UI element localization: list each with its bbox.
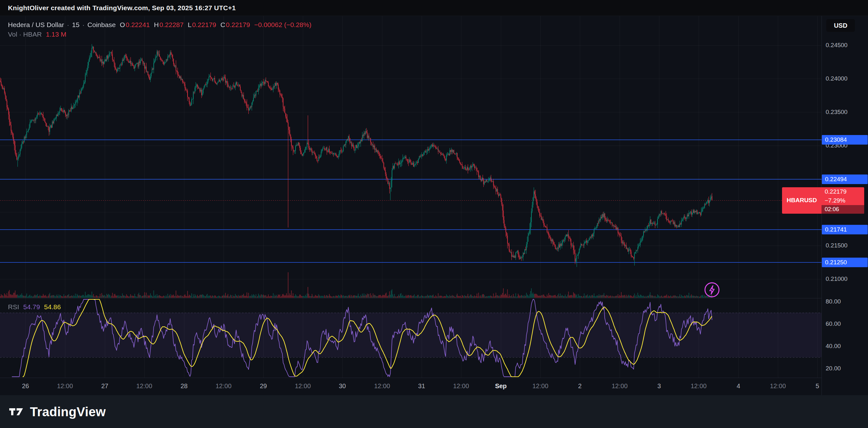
time-tick-12:00: 12:00 bbox=[691, 383, 707, 390]
last-price-label: HBARUSD 0.22179 −7.29% 02:06 bbox=[782, 187, 864, 214]
tradingview-brand-text[interactable]: TradingView bbox=[30, 405, 106, 419]
symbol-title[interactable]: Hedera / US Dollar bbox=[8, 20, 64, 30]
ohlc-open: O0.22241 bbox=[120, 20, 150, 30]
time-tick-27: 27 bbox=[101, 383, 108, 390]
last-price-column: 0.22179 −7.29% 02:06 bbox=[822, 187, 864, 214]
time-tick-4: 4 bbox=[737, 383, 740, 390]
ohlc-low-label: L bbox=[188, 21, 192, 28]
lightning-icon bbox=[704, 281, 720, 298]
time-tick-12:00: 12:00 bbox=[295, 383, 311, 390]
plot-area: Hedera / US Dollar · 15 · Coinbase O0.22… bbox=[0, 16, 822, 395]
tradingview-logo-icon[interactable] bbox=[9, 407, 26, 417]
last-price-value: 0.22179 bbox=[822, 187, 864, 196]
price-axis-label-0.23500: 0.23500 bbox=[826, 109, 848, 116]
ohlc-low-value: 0.22179 bbox=[192, 21, 216, 28]
rsi-axis-label-40.00: 40.00 bbox=[826, 343, 841, 350]
footer: TradingView bbox=[0, 395, 868, 428]
symbol-legend: Hedera / US Dollar · 15 · Coinbase O0.22… bbox=[8, 20, 311, 39]
level-price-label-0.23084: 0.23084 bbox=[822, 135, 868, 145]
chart-area: Hedera / US Dollar · 15 · Coinbase O0.22… bbox=[0, 16, 868, 395]
ohlc-close-value: 0.22179 bbox=[226, 21, 250, 28]
time-tick-12:00: 12:00 bbox=[532, 383, 548, 390]
time-tick-12:00: 12:00 bbox=[216, 383, 231, 390]
time-tick-2: 2 bbox=[578, 383, 582, 390]
time-tick-Sep: Sep bbox=[495, 383, 507, 390]
ohlc-low: L0.22179 bbox=[188, 20, 217, 30]
time-tick-12:00: 12:00 bbox=[453, 383, 469, 390]
rsi-value-main: 54.79 bbox=[23, 302, 40, 312]
legend-separator: · bbox=[83, 20, 85, 30]
rsi-legend: RSI 54.79 54.86 bbox=[8, 302, 61, 312]
time-tick-28: 28 bbox=[181, 383, 188, 390]
symbol-legend-row: Hedera / US Dollar · 15 · Coinbase O0.22… bbox=[8, 20, 311, 30]
time-tick-5: 5 bbox=[815, 383, 819, 390]
ohlc-high: H0.22287 bbox=[154, 20, 184, 30]
volume-value: 1.13 M bbox=[46, 30, 66, 39]
time-tick-12:00: 12:00 bbox=[57, 383, 73, 390]
time-tick-31: 31 bbox=[418, 383, 425, 390]
chart-canvas[interactable] bbox=[0, 16, 822, 378]
interval-value[interactable]: 15 bbox=[72, 20, 79, 30]
ohlc-high-value: 0.22287 bbox=[159, 21, 184, 28]
ohlc-open-value: 0.22241 bbox=[126, 21, 150, 28]
legend-separator: · bbox=[67, 20, 69, 30]
level-price-label-0.21250: 0.21250 bbox=[822, 257, 868, 267]
time-tick-29: 29 bbox=[260, 383, 267, 390]
attribution-text: KnightOliver created with TradingView.co… bbox=[8, 4, 236, 12]
last-price-countdown: 02:06 bbox=[822, 205, 864, 214]
rsi-axis-label-80.00: 80.00 bbox=[826, 298, 841, 305]
rsi-label[interactable]: RSI bbox=[8, 302, 19, 312]
time-tick-3: 3 bbox=[657, 383, 661, 390]
time-tick-12:00: 12:00 bbox=[770, 383, 786, 390]
level-price-label-0.22494: 0.22494 bbox=[822, 175, 868, 184]
price-axis-label-0.21500: 0.21500 bbox=[826, 242, 848, 249]
price-axis-label-0.21000: 0.21000 bbox=[826, 275, 848, 282]
last-price-change: −7.29% bbox=[822, 196, 864, 205]
usd-button[interactable]: USD bbox=[826, 19, 855, 32]
ohlc-open-label: O bbox=[120, 21, 125, 28]
price-axis-label-0.24500: 0.24500 bbox=[826, 42, 848, 49]
ohlc-close-label: C bbox=[220, 21, 225, 28]
rsi-axis-label-20.00: 20.00 bbox=[826, 365, 841, 372]
volume-label[interactable]: Vol · HBAR bbox=[8, 30, 42, 39]
last-price-symbol: HBARUSD bbox=[782, 187, 822, 214]
attribution-bar: KnightOliver created with TradingView.co… bbox=[0, 0, 868, 16]
ohlc-high-label: H bbox=[154, 21, 159, 28]
time-axis[interactable]: 2612:002712:002812:002912:003012:003112:… bbox=[0, 378, 822, 395]
price-axis-label-0.24000: 0.24000 bbox=[826, 75, 848, 82]
rsi-value-signal: 54.86 bbox=[44, 302, 61, 312]
lightning-button[interactable] bbox=[704, 281, 720, 298]
time-tick-30: 30 bbox=[339, 383, 346, 390]
time-tick-12:00: 12:00 bbox=[612, 383, 628, 390]
time-tick-12:00: 12:00 bbox=[374, 383, 390, 390]
volume-legend-row: Vol · HBAR 1.13 M bbox=[8, 30, 311, 39]
ohlc-close: C0.22179 bbox=[220, 20, 250, 30]
level-price-label-0.21741: 0.21741 bbox=[822, 225, 868, 234]
time-tick-12:00: 12:00 bbox=[136, 383, 152, 390]
tradingview-snapshot: { "attribution": {"text": "KnightOliver … bbox=[0, 0, 868, 428]
time-tick-26: 26 bbox=[22, 383, 29, 390]
change-value: −0.00062 (−0.28%) bbox=[254, 20, 311, 30]
rsi-axis-label-60.00: 60.00 bbox=[826, 320, 841, 327]
exchange-name[interactable]: Coinbase bbox=[88, 20, 116, 30]
